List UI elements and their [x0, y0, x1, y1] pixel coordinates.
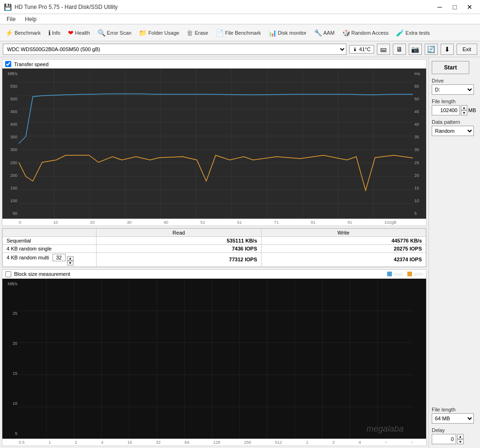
toolbar-extra-tests[interactable]: 🧪 Extra tests [393, 27, 433, 38]
menu-help[interactable]: Help [20, 15, 41, 23]
app-icon: 💾 [4, 3, 12, 11]
disk-monitor-label: Disk monitor [278, 30, 307, 36]
col-header-read: Read [97, 229, 262, 237]
file-length-bottom-label: File length [432, 407, 477, 412]
legend-write: write [407, 272, 423, 277]
legend-write-label: write [413, 272, 423, 277]
start-button[interactable]: Start [432, 61, 469, 74]
block-chart-header: Block size measurement read write [2, 270, 426, 279]
delay-spinner: ▲ ▼ [457, 434, 464, 444]
close-button[interactable]: ✕ [463, 2, 476, 12]
file-length-spinner: ▲ ▼ [461, 105, 467, 115]
benchmark-label: Benchmark [15, 30, 41, 36]
table-row: 4 KB random single 7436 IOPS 20275 IOPS [3, 245, 426, 253]
row-4kb-single-read: 7436 IOPS [97, 245, 262, 253]
file-length-label: File length [432, 99, 477, 104]
maximize-button[interactable]: □ [448, 2, 461, 12]
toolbar-folder-usage[interactable]: 📁 Folder Usage [135, 27, 182, 38]
toolbar-aam[interactable]: 🔧 AAM [311, 27, 338, 38]
device-select[interactable]: WDC WDS500G2B0A-00SM50 (500 gB) [3, 44, 346, 55]
app-title: HD Tune Pro 5.75 - Hard Disk/SSD Utility [15, 4, 433, 10]
toolbar-random-access[interactable]: 🎲 Random Access [339, 27, 392, 38]
file-length-section: File length ▲ ▼ MB [432, 99, 477, 115]
folder-usage-label: Folder Usage [148, 30, 179, 36]
data-pattern-section: Data pattern Random Sequential 0x00 0xFF [432, 119, 477, 136]
extra-tests-label: Extra tests [405, 30, 430, 36]
info-icon: ℹ [48, 29, 51, 37]
center-area: Transfer speed MB/s 550 500 450 400 350 … [0, 57, 428, 448]
toolbar-health[interactable]: ❤ Health [65, 27, 93, 38]
minimize-button[interactable]: ─ [433, 2, 446, 12]
file-length-unit: MB [468, 107, 476, 113]
device-camera-btn[interactable]: 📷 [409, 44, 422, 55]
benchmark-icon: ⚡ [5, 29, 13, 37]
toolbar-disk-monitor[interactable]: 📊 Disk monitor [265, 27, 310, 38]
device-copy-btn[interactable]: 🖥 [393, 44, 406, 55]
device-info-btn[interactable]: 🖴 [377, 44, 390, 55]
table-row: 4 KB random multi ▲ ▼ 77312 IOPS 42374 I… [3, 253, 426, 267]
file-length-input[interactable] [432, 105, 460, 115]
random-access-label: Random Access [352, 30, 389, 36]
disk-monitor-icon: 📊 [269, 29, 277, 37]
y-label-mbs: MB/s [2, 71, 17, 76]
menu-bar: File Help [0, 14, 480, 24]
erase-label: Erase [195, 30, 208, 36]
aam-label: AAM [323, 30, 335, 36]
toolbar-file-benchmark[interactable]: 📄 File Benchmark [212, 27, 264, 38]
data-pattern-label: Data pattern [432, 119, 477, 125]
temperature-value: 41°C [359, 46, 371, 52]
drive-select[interactable]: D: [432, 84, 474, 95]
legend-read-color [387, 272, 392, 276]
transfer-speed-checkbox[interactable] [5, 61, 11, 67]
row-4kb-multi-read: 77312 IOPS [97, 253, 262, 267]
transfer-speed-chart: Transfer speed MB/s 550 500 450 400 350 … [2, 59, 427, 226]
file-length-bottom-select[interactable]: 64 MB 128 MB 256 MB [432, 413, 474, 424]
row-4kb-single-write: 20275 IOPS [261, 245, 426, 253]
temperature-badge: 🌡 41°C [349, 45, 374, 53]
drive-section: Drive D: [432, 78, 477, 95]
chart-header: Transfer speed [2, 60, 426, 68]
toolbar-info[interactable]: ℹ Info [45, 27, 64, 38]
exit-button[interactable]: Exit [457, 44, 477, 55]
data-pattern-select[interactable]: Random Sequential 0x00 0xFF [432, 126, 474, 136]
legend-write-color [407, 272, 412, 276]
file-length-down[interactable]: ▼ [461, 110, 467, 115]
toolbar-error-scan[interactable]: 🔍 Error Scan [94, 27, 135, 38]
delay-down[interactable]: ▼ [457, 439, 464, 444]
row-4kb-single-label: 4 KB random single [3, 245, 97, 253]
multi-down-btn[interactable]: ▼ [67, 261, 74, 266]
legend-read-label: read [393, 272, 403, 277]
window-controls: ─ □ ✕ [433, 2, 476, 12]
health-label: Health [75, 30, 90, 36]
thermometer-icon: 🌡 [352, 46, 358, 52]
row-sequential-write: 445776 KB/s [261, 237, 426, 245]
results-table: Read Write Sequential 535111 KB/s 445776… [2, 228, 427, 267]
right-panel: Start Drive D: File length ▲ ▼ MB Data p… [428, 57, 480, 448]
delay-section: Delay ▲ ▼ [432, 427, 477, 444]
y-label-ms: ms [414, 71, 426, 76]
toolbar-benchmark[interactable]: ⚡ Benchmark [2, 27, 44, 38]
block-size-label: Block size measurement [14, 271, 70, 277]
row-sequential-read: 535111 KB/s [97, 237, 262, 245]
multi-up-btn[interactable]: ▲ [67, 256, 74, 261]
delay-up[interactable]: ▲ [457, 434, 464, 439]
random-access-icon: 🎲 [342, 29, 350, 37]
block-size-checkbox[interactable] [5, 271, 11, 277]
table-row: Sequential 535111 KB/s 445776 KB/s [3, 237, 426, 245]
device-download-btn[interactable]: ⬇ [441, 44, 454, 55]
row-4kb-multi-label: 4 KB random multi ▲ ▼ [3, 253, 97, 267]
delay-input[interactable] [432, 434, 456, 444]
block-size-chart: Block size measurement read write MB/s 2… [2, 269, 427, 447]
device-refresh-btn[interactable]: 🔄 [425, 44, 438, 55]
aam-icon: 🔧 [314, 29, 322, 37]
delay-label: Delay [432, 427, 477, 433]
delay-input-row: ▲ ▼ [432, 434, 477, 444]
multi-queue-input[interactable] [52, 254, 66, 261]
menu-file[interactable]: File [2, 15, 20, 23]
drive-label: Drive [432, 78, 477, 84]
health-icon: ❤ [68, 29, 74, 37]
folder-usage-icon: 📁 [139, 29, 147, 37]
transfer-speed-label: Transfer speed [14, 61, 49, 67]
toolbar-erase[interactable]: 🗑 Erase [183, 27, 211, 38]
file-length-up[interactable]: ▲ [461, 105, 467, 110]
